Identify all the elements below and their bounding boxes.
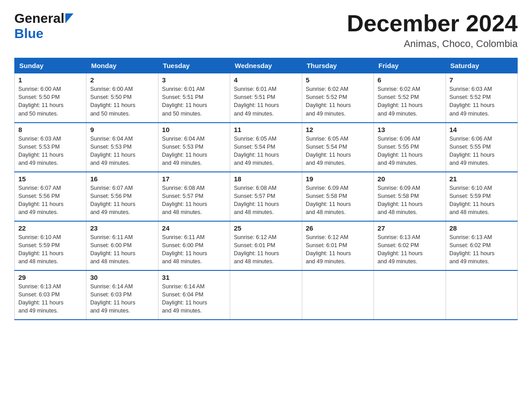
day-number: 7 <box>450 76 514 84</box>
day-number: 21 <box>450 175 514 183</box>
day-info: Sunrise: 6:10 AMSunset: 5:59 PMDaylight:… <box>450 184 514 217</box>
day-info: Sunrise: 6:13 AMSunset: 6:02 PMDaylight:… <box>450 233 514 266</box>
calendar-week-row: 22Sunrise: 6:10 AMSunset: 5:59 PMDayligh… <box>15 221 518 270</box>
calendar-day-cell: 15Sunrise: 6:07 AMSunset: 5:56 PMDayligh… <box>15 172 86 221</box>
calendar-day-cell: 6Sunrise: 6:02 AMSunset: 5:52 PMDaylight… <box>374 73 446 123</box>
calendar-day-cell <box>446 270 517 320</box>
day-info: Sunrise: 6:10 AMSunset: 5:59 PMDaylight:… <box>18 233 82 266</box>
day-number: 1 <box>18 76 82 84</box>
day-number: 11 <box>234 126 298 133</box>
calendar-week-row: 15Sunrise: 6:07 AMSunset: 5:56 PMDayligh… <box>15 172 518 221</box>
calendar-day-cell: 22Sunrise: 6:10 AMSunset: 5:59 PMDayligh… <box>15 221 86 270</box>
day-info: Sunrise: 6:08 AMSunset: 5:57 PMDaylight:… <box>234 184 298 217</box>
day-number: 13 <box>378 126 442 133</box>
day-number: 31 <box>162 274 226 281</box>
calendar-day-cell: 12Sunrise: 6:05 AMSunset: 5:54 PMDayligh… <box>302 123 373 172</box>
day-number: 4 <box>234 76 298 84</box>
svg-marker-0 <box>65 13 73 23</box>
col-tuesday: Tuesday <box>158 58 230 73</box>
calendar-week-row: 8Sunrise: 6:03 AMSunset: 5:53 PMDaylight… <box>15 123 518 172</box>
col-wednesday: Wednesday <box>230 58 302 73</box>
day-info: Sunrise: 6:14 AMSunset: 6:03 PMDaylight:… <box>90 283 154 315</box>
calendar-day-cell: 5Sunrise: 6:02 AMSunset: 5:52 PMDaylight… <box>302 73 373 123</box>
calendar-day-cell: 18Sunrise: 6:08 AMSunset: 5:57 PMDayligh… <box>230 172 302 221</box>
calendar-day-cell: 16Sunrise: 6:07 AMSunset: 5:56 PMDayligh… <box>86 172 158 221</box>
page-header: General Blue December 2024 Animas, Choco… <box>14 11 518 50</box>
calendar-subtitle: Animas, Choco, Colombia <box>347 38 518 50</box>
calendar-day-cell: 8Sunrise: 6:03 AMSunset: 5:53 PMDaylight… <box>15 123 86 172</box>
calendar-day-cell <box>302 270 373 320</box>
day-number: 5 <box>306 76 370 84</box>
day-info: Sunrise: 6:00 AMSunset: 5:50 PMDaylight:… <box>18 85 82 118</box>
day-number: 6 <box>378 76 442 84</box>
day-info: Sunrise: 6:01 AMSunset: 5:51 PMDaylight:… <box>162 85 226 118</box>
day-info: Sunrise: 6:03 AMSunset: 5:52 PMDaylight:… <box>450 85 514 118</box>
calendar-day-cell: 19Sunrise: 6:09 AMSunset: 5:58 PMDayligh… <box>302 172 373 221</box>
calendar-day-cell: 27Sunrise: 6:13 AMSunset: 6:02 PMDayligh… <box>374 221 446 270</box>
day-info: Sunrise: 6:02 AMSunset: 5:52 PMDaylight:… <box>306 85 370 118</box>
calendar-day-cell: 14Sunrise: 6:06 AMSunset: 5:55 PMDayligh… <box>446 123 517 172</box>
calendar-day-cell: 1Sunrise: 6:00 AMSunset: 5:50 PMDaylight… <box>15 73 86 123</box>
day-number: 22 <box>18 224 82 232</box>
logo: General Blue <box>14 11 73 41</box>
calendar-day-cell: 11Sunrise: 6:05 AMSunset: 5:54 PMDayligh… <box>230 123 302 172</box>
day-number: 16 <box>90 175 154 183</box>
title-block: December 2024 Animas, Choco, Colombia <box>347 11 518 50</box>
day-number: 25 <box>234 224 298 232</box>
calendar-day-cell: 29Sunrise: 6:13 AMSunset: 6:03 PMDayligh… <box>15 270 86 320</box>
day-number: 12 <box>306 126 370 133</box>
calendar-day-cell: 9Sunrise: 6:04 AMSunset: 5:53 PMDaylight… <box>86 123 158 172</box>
day-info: Sunrise: 6:09 AMSunset: 5:58 PMDaylight:… <box>306 184 370 217</box>
calendar-header-row: Sunday Monday Tuesday Wednesday Thursday… <box>15 58 518 73</box>
day-info: Sunrise: 6:04 AMSunset: 5:53 PMDaylight:… <box>90 135 154 167</box>
day-info: Sunrise: 6:06 AMSunset: 5:55 PMDaylight:… <box>450 135 514 167</box>
day-info: Sunrise: 6:05 AMSunset: 5:54 PMDaylight:… <box>234 135 298 167</box>
day-number: 17 <box>162 175 226 183</box>
day-info: Sunrise: 6:01 AMSunset: 5:51 PMDaylight:… <box>234 85 298 118</box>
day-info: Sunrise: 6:04 AMSunset: 5:53 PMDaylight:… <box>162 135 226 167</box>
day-number: 29 <box>18 274 82 281</box>
day-number: 18 <box>234 175 298 183</box>
day-info: Sunrise: 6:07 AMSunset: 5:56 PMDaylight:… <box>90 184 154 217</box>
day-number: 28 <box>450 224 514 232</box>
calendar-day-cell <box>230 270 302 320</box>
col-saturday: Saturday <box>446 58 517 73</box>
day-info: Sunrise: 6:12 AMSunset: 6:01 PMDaylight:… <box>234 233 298 266</box>
day-number: 8 <box>18 126 82 133</box>
day-info: Sunrise: 6:02 AMSunset: 5:52 PMDaylight:… <box>378 85 442 118</box>
col-sunday: Sunday <box>15 58 86 73</box>
day-number: 9 <box>90 126 154 133</box>
calendar-week-row: 29Sunrise: 6:13 AMSunset: 6:03 PMDayligh… <box>15 270 518 320</box>
day-number: 10 <box>162 126 226 133</box>
calendar-title: December 2024 <box>347 11 518 36</box>
calendar-table: Sunday Monday Tuesday Wednesday Thursday… <box>14 58 518 320</box>
day-number: 26 <box>306 224 370 232</box>
calendar-day-cell: 4Sunrise: 6:01 AMSunset: 5:51 PMDaylight… <box>230 73 302 123</box>
calendar-day-cell: 13Sunrise: 6:06 AMSunset: 5:55 PMDayligh… <box>374 123 446 172</box>
logo-arrow-icon <box>65 13 73 25</box>
logo-general-text: General <box>14 11 64 26</box>
day-info: Sunrise: 6:12 AMSunset: 6:01 PMDaylight:… <box>306 233 370 266</box>
calendar-day-cell: 25Sunrise: 6:12 AMSunset: 6:01 PMDayligh… <box>230 221 302 270</box>
col-friday: Friday <box>374 58 446 73</box>
day-info: Sunrise: 6:06 AMSunset: 5:55 PMDaylight:… <box>378 135 442 167</box>
day-info: Sunrise: 6:00 AMSunset: 5:50 PMDaylight:… <box>90 85 154 118</box>
calendar-day-cell: 3Sunrise: 6:01 AMSunset: 5:51 PMDaylight… <box>158 73 230 123</box>
day-number: 2 <box>90 76 154 84</box>
col-thursday: Thursday <box>302 58 373 73</box>
calendar-day-cell: 23Sunrise: 6:11 AMSunset: 6:00 PMDayligh… <box>86 221 158 270</box>
day-info: Sunrise: 6:11 AMSunset: 6:00 PMDaylight:… <box>162 233 226 266</box>
calendar-week-row: 1Sunrise: 6:00 AMSunset: 5:50 PMDaylight… <box>15 73 518 123</box>
logo-blue-text: Blue <box>14 26 43 41</box>
calendar-day-cell: 28Sunrise: 6:13 AMSunset: 6:02 PMDayligh… <box>446 221 517 270</box>
day-info: Sunrise: 6:13 AMSunset: 6:02 PMDaylight:… <box>378 233 442 266</box>
calendar-day-cell: 10Sunrise: 6:04 AMSunset: 5:53 PMDayligh… <box>158 123 230 172</box>
day-number: 19 <box>306 175 370 183</box>
day-info: Sunrise: 6:07 AMSunset: 5:56 PMDaylight:… <box>18 184 82 217</box>
calendar-day-cell: 17Sunrise: 6:08 AMSunset: 5:57 PMDayligh… <box>158 172 230 221</box>
day-number: 27 <box>378 224 442 232</box>
day-info: Sunrise: 6:11 AMSunset: 6:00 PMDaylight:… <box>90 233 154 266</box>
day-info: Sunrise: 6:13 AMSunset: 6:03 PMDaylight:… <box>18 283 82 315</box>
day-number: 24 <box>162 224 226 232</box>
calendar-day-cell: 2Sunrise: 6:00 AMSunset: 5:50 PMDaylight… <box>86 73 158 123</box>
